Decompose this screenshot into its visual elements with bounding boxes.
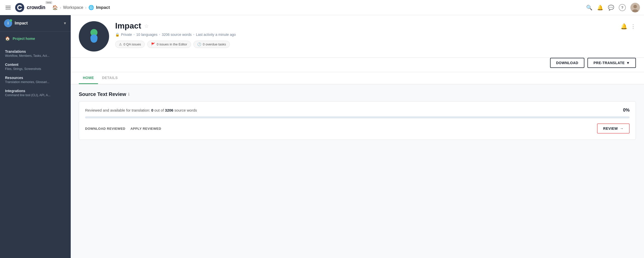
project-badges: ⚠ 0 QA issues 🚩 0 issues in the Editor 🕐… bbox=[115, 41, 612, 48]
source-text-review-card: Reviewed and available for translation: … bbox=[79, 101, 636, 140]
section-title: Source Text Review bbox=[79, 91, 126, 97]
logo-text: crowdin bbox=[27, 5, 45, 10]
review-left-buttons: DOWNLOAD REVIEWED APPLY REVIEWED bbox=[85, 127, 161, 131]
home-nav-icon: 🏠 bbox=[5, 36, 10, 41]
review-prefix: Reviewed and available for translation: bbox=[85, 108, 150, 112]
sidebar-project: i Impact ▼ bbox=[0, 15, 71, 32]
page-content: Source Text Review ℹ Reviewed and availa… bbox=[71, 84, 644, 147]
sidebar-section-content[interactable]: Content Files, Strings, Screenshots bbox=[0, 59, 71, 72]
sidebar-home-label: Project home bbox=[13, 37, 35, 41]
tab-home[interactable]: HOME bbox=[79, 72, 98, 84]
beta-badge: beta bbox=[45, 1, 53, 4]
user-avatar[interactable] bbox=[630, 3, 640, 12]
sidebar-project-icon: i bbox=[4, 19, 12, 27]
sidebar-translations-title: Translations bbox=[5, 49, 66, 54]
messages-icon[interactable]: 💬 bbox=[608, 5, 614, 11]
crowdin-logo-icon bbox=[15, 3, 24, 12]
overdue-tasks-badge[interactable]: 🕐 0 overdue tasks bbox=[193, 41, 230, 48]
help-icon[interactable]: ? bbox=[619, 4, 626, 11]
hamburger-menu[interactable] bbox=[4, 4, 12, 11]
sidebar-section-resources[interactable]: Resources Translation memories, Glossari… bbox=[0, 72, 71, 85]
project-header: Impact ☆ 🔒 Private • 10 languages • 3206… bbox=[71, 15, 644, 58]
workspace-breadcrumb[interactable]: Workspace bbox=[63, 5, 83, 10]
project-title-row: Impact ☆ bbox=[115, 21, 612, 31]
review-percentage: 0% bbox=[623, 108, 630, 113]
more-options-icon[interactable]: ⋮ bbox=[630, 23, 636, 30]
qa-issues-badge[interactable]: ⚠ 0 QA issues bbox=[115, 41, 145, 48]
privacy-label: Private bbox=[121, 33, 132, 37]
pre-translate-chevron: ▼ bbox=[626, 61, 630, 65]
source-words-label: 3206 source words bbox=[162, 33, 191, 37]
bell-icon[interactable]: 🔔 bbox=[597, 5, 603, 11]
flag-icon: 🚩 bbox=[151, 42, 155, 46]
sidebar-integrations-sub: Command line tool (CLI), API, A... bbox=[5, 93, 66, 97]
sidebar-section-integrations[interactable]: Integrations Command line tool (CLI), AP… bbox=[0, 85, 71, 98]
main-layout: i Impact ▼ 🏠 Project home Translations W… bbox=[0, 15, 644, 258]
warning-icon: ⚠ bbox=[119, 42, 122, 46]
languages-label: 10 languages bbox=[136, 33, 157, 37]
sidebar-project-name: Impact bbox=[15, 21, 61, 25]
project-meta: 🔒 Private • 10 languages • 3206 source w… bbox=[115, 33, 612, 37]
top-navigation: crowdin beta 🏠 › Workspace › 🌐 Impact 🔍 … bbox=[0, 0, 644, 15]
svg-point-2 bbox=[633, 5, 637, 8]
pre-translate-button[interactable]: PRE-TRANSLATE ▼ bbox=[587, 58, 636, 68]
notification-bell-icon[interactable]: 🔔 bbox=[621, 23, 627, 30]
review-top-row: Reviewed and available for translation: … bbox=[85, 108, 630, 113]
review-label: REVIEW bbox=[603, 126, 618, 131]
review-button[interactable]: REVIEW → bbox=[597, 123, 630, 134]
project-breadcrumb[interactable]: Impact bbox=[96, 5, 110, 10]
review-suffix: source words bbox=[175, 108, 197, 112]
tab-details[interactable]: DETAILS bbox=[98, 72, 122, 84]
project-logo bbox=[79, 21, 109, 51]
tabs-bar: HOME DETAILS bbox=[71, 72, 644, 84]
private-lock-icon: 🔒 bbox=[115, 33, 119, 37]
download-button[interactable]: DOWNLOAD bbox=[550, 58, 584, 68]
sidebar-project-chevron[interactable]: ▼ bbox=[63, 21, 67, 25]
project-title: Impact bbox=[115, 21, 141, 31]
sidebar-integrations-title: Integrations bbox=[5, 89, 66, 93]
sidebar-translations-sub: Workflow, Members, Tasks, Act... bbox=[5, 54, 66, 58]
editor-issues-badge[interactable]: 🚩 0 issues in the Editor bbox=[147, 41, 191, 48]
apply-reviewed-button[interactable]: APPLY REVIEWED bbox=[130, 127, 161, 131]
breadcrumb-separator-2: › bbox=[85, 6, 87, 10]
last-activity-label: Last activity a minute ago bbox=[196, 33, 236, 37]
sidebar-navigation: 🏠 Project home bbox=[0, 32, 71, 45]
impact-logo-svg bbox=[84, 26, 104, 46]
editor-issues-label: 0 issues in the Editor bbox=[157, 42, 187, 46]
project-info: Impact ☆ 🔒 Private • 10 languages • 3206… bbox=[115, 21, 612, 48]
nav-right-icons: 🔍 🔔 💬 ? bbox=[586, 3, 640, 12]
pre-translate-label: PRE-TRANSLATE bbox=[593, 61, 625, 65]
reviewed-count: 0 bbox=[151, 108, 153, 112]
review-action-buttons: DOWNLOAD REVIEWED APPLY REVIEWED REVIEW … bbox=[85, 123, 630, 134]
sidebar-item-home[interactable]: 🏠 Project home bbox=[0, 34, 71, 43]
overdue-tasks-label: 0 overdue tasks bbox=[203, 42, 226, 46]
sidebar: i Impact ▼ 🏠 Project home Translations W… bbox=[0, 15, 71, 258]
breadcrumb: 🏠 › Workspace › 🌐 Impact bbox=[52, 5, 110, 10]
project-globe-icon: 🌐 bbox=[88, 5, 94, 10]
logo: crowdin beta bbox=[15, 3, 45, 12]
online-indicator bbox=[10, 19, 12, 22]
home-breadcrumb-icon[interactable]: 🏠 bbox=[52, 5, 58, 10]
sidebar-resources-title: Resources bbox=[5, 76, 66, 80]
sidebar-section-translations[interactable]: Translations Workflow, Members, Tasks, A… bbox=[0, 45, 71, 59]
section-title-row: Source Text Review ℹ bbox=[79, 91, 636, 97]
breadcrumb-separator: › bbox=[60, 6, 61, 10]
search-icon[interactable]: 🔍 bbox=[586, 5, 592, 11]
project-actions: 🔔 ⋮ bbox=[618, 23, 636, 30]
download-reviewed-button[interactable]: DOWNLOAD REVIEWED bbox=[85, 127, 125, 131]
info-icon[interactable]: ℹ bbox=[128, 92, 130, 97]
sidebar-content-sub: Files, Strings, Screenshots bbox=[5, 67, 66, 71]
main-content: Impact ☆ 🔒 Private • 10 languages • 3206… bbox=[71, 15, 644, 258]
header-right-icons: 🔔 ⋮ bbox=[621, 23, 636, 30]
qa-issues-label: 0 QA issues bbox=[123, 42, 141, 46]
progress-bar-background bbox=[85, 116, 630, 118]
review-arrow-icon: → bbox=[620, 126, 624, 131]
clock-icon: 🕐 bbox=[197, 42, 201, 46]
svg-point-0 bbox=[15, 3, 24, 12]
total-words-count: 3206 bbox=[165, 108, 173, 112]
review-stats-text: Reviewed and available for translation: … bbox=[85, 108, 197, 112]
sidebar-content-title: Content bbox=[5, 63, 66, 67]
favorite-star-icon[interactable]: ☆ bbox=[144, 23, 149, 29]
project-action-buttons: DOWNLOAD PRE-TRANSLATE ▼ bbox=[71, 58, 644, 72]
sidebar-resources-sub: Translation memories, Glossari... bbox=[5, 80, 66, 84]
